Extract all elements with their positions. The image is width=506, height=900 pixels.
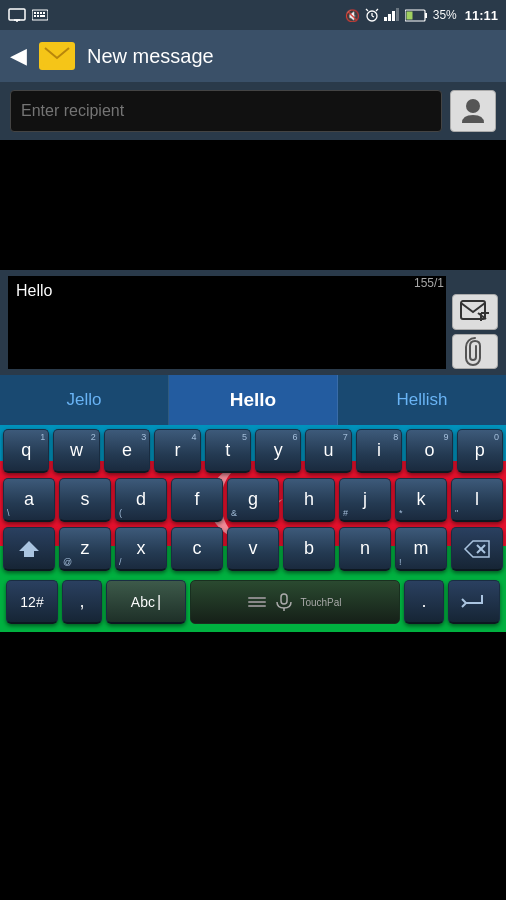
shift-icon [17, 539, 41, 559]
key-m[interactable]: m! [395, 527, 447, 571]
key-q[interactable]: q1 [3, 429, 49, 473]
key-s[interactable]: s [59, 478, 111, 522]
key-d[interactable]: d( [115, 478, 167, 522]
screen-icon [8, 8, 26, 22]
key-k[interactable]: k* [395, 478, 447, 522]
svg-line-17 [376, 9, 378, 11]
key-i[interactable]: i8 [356, 429, 402, 473]
bottom-bar-row: 12# , Abc | TouchPal . [3, 576, 503, 628]
message-area [0, 140, 506, 270]
key-row-3: z@ x/ c v b n m! [3, 527, 503, 571]
svg-line-15 [372, 16, 374, 17]
attach-button[interactable] [452, 334, 498, 370]
svg-rect-6 [40, 12, 42, 14]
suggestion-hello[interactable]: Hello [169, 375, 338, 425]
svg-rect-11 [43, 15, 45, 17]
keyboard-icon [32, 8, 48, 22]
key-h[interactable]: h [283, 478, 335, 522]
key-j[interactable]: j# [339, 478, 391, 522]
status-right-icons: 🔇 35% 11:11 [345, 8, 498, 23]
touchpal-label: TouchPal [300, 597, 341, 608]
key-n[interactable]: n [339, 527, 391, 571]
key-shift[interactable] [3, 527, 55, 571]
key-x[interactable]: x/ [115, 527, 167, 571]
enter-icon [460, 591, 488, 613]
svg-rect-21 [396, 8, 399, 21]
svg-rect-35 [281, 594, 287, 604]
key-c[interactable]: c [171, 527, 223, 571]
svg-point-26 [466, 99, 480, 113]
key-enter[interactable] [448, 580, 500, 624]
battery-icon [405, 9, 429, 22]
compose-actions [452, 276, 498, 369]
key-z[interactable]: z@ [59, 527, 111, 571]
suggestion-hellish[interactable]: Hellish [338, 375, 506, 425]
key-row-2: a\ s d( f g& h j# k* l" [3, 478, 503, 522]
key-a[interactable]: a\ [3, 478, 55, 522]
svg-rect-0 [9, 9, 25, 20]
svg-rect-19 [388, 14, 391, 21]
svg-rect-4 [34, 12, 36, 14]
key-rows: q1 w2 e3 r4 t5 y6 u7 i8 o9 p0 a\ s d( f … [0, 425, 506, 632]
suggestion-bar: Jello Hello Hellish [0, 375, 506, 425]
attach-icon [464, 336, 486, 366]
recipient-row [0, 82, 506, 140]
svg-rect-24 [406, 11, 412, 19]
suggestion-jello[interactable]: Jello [0, 375, 169, 425]
key-f[interactable]: f [171, 478, 223, 522]
svg-rect-18 [384, 17, 387, 21]
key-b[interactable]: b [283, 527, 335, 571]
key-backspace[interactable] [451, 527, 503, 571]
svg-line-16 [366, 9, 368, 11]
status-left-icons [8, 8, 48, 22]
key-u[interactable]: u7 [305, 429, 351, 473]
compose-input[interactable]: Hello [8, 276, 446, 369]
backspace-icon [463, 539, 491, 559]
header: ◀ New message [0, 30, 506, 82]
recipient-input[interactable] [10, 90, 442, 132]
send-icon [460, 299, 490, 325]
key-r[interactable]: r4 [154, 429, 200, 473]
svg-marker-32 [19, 541, 39, 557]
compose-wrapper: 155/1 Hello [0, 270, 506, 375]
message-counter: 155/1 [414, 276, 444, 290]
lines-icon [248, 597, 266, 607]
status-bar: 🔇 35% 11:11 [0, 0, 506, 30]
mic-icon [274, 593, 294, 611]
header-title: New message [87, 45, 496, 68]
key-123[interactable]: 12# [6, 580, 58, 624]
key-y[interactable]: y6 [255, 429, 301, 473]
key-w[interactable]: w2 [53, 429, 99, 473]
key-abc[interactable]: Abc | [106, 580, 186, 624]
key-period[interactable]: . [404, 580, 444, 624]
svg-rect-5 [37, 12, 39, 14]
key-o[interactable]: o9 [406, 429, 452, 473]
key-p[interactable]: p0 [457, 429, 503, 473]
svg-rect-7 [43, 12, 45, 14]
mute-icon: 🔇 [345, 8, 361, 22]
svg-rect-9 [37, 15, 39, 17]
svg-rect-23 [425, 13, 427, 18]
key-l[interactable]: l" [451, 478, 503, 522]
key-t[interactable]: t5 [205, 429, 251, 473]
keyboard: Jello Hello Hellish q1 w2 e3 r4 t5 y6 u7… [0, 375, 506, 632]
svg-rect-20 [392, 11, 395, 21]
key-g[interactable]: g& [227, 478, 279, 522]
send-button[interactable] [452, 294, 498, 330]
key-space[interactable]: TouchPal [190, 580, 400, 624]
email-icon [39, 42, 75, 70]
key-comma[interactable]: , [62, 580, 102, 624]
battery-label: 35% [433, 8, 457, 22]
time-label: 11:11 [465, 8, 498, 23]
svg-rect-8 [34, 15, 36, 17]
back-button[interactable]: ◀ [10, 43, 27, 69]
svg-text:🔇: 🔇 [345, 8, 360, 22]
key-row-1: q1 w2 e3 r4 t5 y6 u7 i8 o9 p0 [3, 429, 503, 473]
contact-button[interactable] [450, 90, 496, 132]
contact-icon [460, 97, 486, 125]
key-v[interactable]: v [227, 527, 279, 571]
signal-icon [383, 8, 401, 22]
key-e[interactable]: e3 [104, 429, 150, 473]
alarm-icon [365, 8, 379, 22]
